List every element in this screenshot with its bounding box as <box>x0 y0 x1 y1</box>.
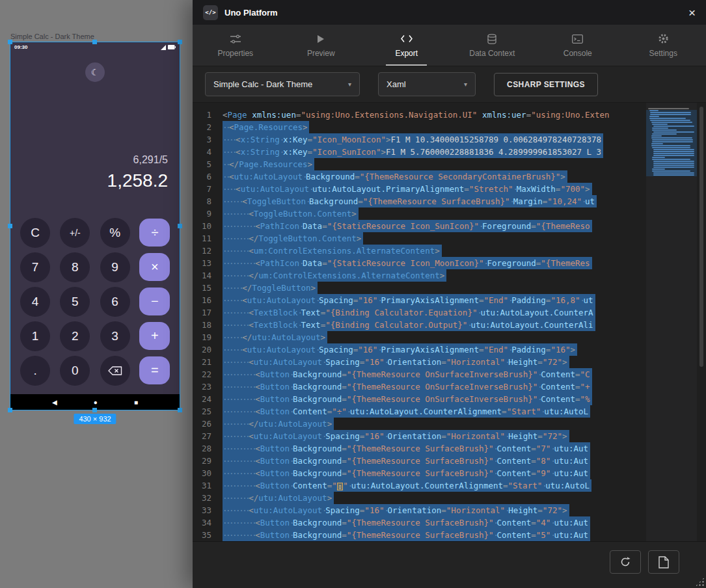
recents-icon: ■ <box>134 399 138 406</box>
code-line[interactable]: 14········</um:ControlExtensions.Alterna… <box>193 269 644 282</box>
calc-button-2[interactable]: 2 <box>60 321 90 351</box>
selection-handle[interactable] <box>92 40 97 44</box>
selection-handle[interactable] <box>178 408 182 412</box>
code-line-text: ··········<Button·Content="▯"·utu:AutoLa… <box>223 479 591 492</box>
code-line[interactable]: 22··········<Button·Background="{ThemeRe… <box>193 368 644 381</box>
calculator-keypad: C+/-%÷789×456−123+.0= <box>20 218 170 386</box>
tab-export[interactable]: Export <box>364 25 450 66</box>
line-number: 4 <box>193 146 223 158</box>
code-editor[interactable]: 1<Page xmlns:uen="using:Uno.Extensions.N… <box>193 103 706 541</box>
code-line-text: ········</utu:AutoLayout> <box>223 418 334 430</box>
export-file-button[interactable] <box>648 550 679 574</box>
code-line[interactable]: 2··<Page.Resources> <box>193 121 644 133</box>
code-line[interactable]: 18········<TextBlock·Text="{Binding Calc… <box>193 319 644 331</box>
minimap-line <box>651 122 692 123</box>
code-line[interactable]: 1<Page xmlns:uen="using:Uno.Extensions.N… <box>193 109 644 121</box>
tab-properties[interactable]: Properties <box>193 25 278 66</box>
refresh-button[interactable] <box>610 550 641 574</box>
code-line[interactable]: 35··········<Button·Background="{ThemeRe… <box>193 529 644 541</box>
code-line[interactable]: 31··········<Button·Content="▯"·utu:Auto… <box>193 479 644 492</box>
code-line[interactable]: 11········</ToggleButton.Content> <box>193 232 644 245</box>
theme-toggle-button[interactable]: ☾ <box>85 62 105 82</box>
calc-button-−[interactable]: − <box>139 287 170 315</box>
tab-data-context[interactable]: Data Context <box>450 25 536 66</box>
code-line[interactable]: 29··········<Button·Background="{ThemeRe… <box>193 455 644 467</box>
code-line[interactable]: 25··········<Button·Content="÷"·utu:Auto… <box>193 405 644 418</box>
minimap-line <box>652 141 693 142</box>
code-line-text: ··········<Button·Background="{ThemeReso… <box>223 455 590 467</box>
code-line[interactable]: 3····<x:String·x:Key="Icon_MoonIcon">F1 … <box>193 133 644 146</box>
calc-button-7[interactable]: 7 <box>20 252 50 282</box>
tab-console[interactable]: Console <box>535 25 621 66</box>
line-number: 33 <box>193 504 223 516</box>
database-icon <box>487 33 496 45</box>
code-line[interactable]: 15······</ToggleButton> <box>193 282 644 294</box>
calc-button-÷[interactable]: ÷ <box>139 219 170 247</box>
resize-grip-icon[interactable] <box>695 577 705 587</box>
calc-button-0[interactable]: 0 <box>60 356 90 386</box>
calc-button-5[interactable]: 5 <box>60 287 90 317</box>
selection-handle[interactable] <box>92 408 97 412</box>
code-line[interactable]: 27········<utu:AutoLayout·Spacing="16"·O… <box>193 430 644 442</box>
code-line[interactable]: 30··········<Button·Background="{ThemeRe… <box>193 467 644 479</box>
minimap-line <box>653 163 694 164</box>
code-line[interactable]: 32········</utu:AutoLayout> <box>193 492 644 504</box>
calc-button-1[interactable]: 1 <box>20 321 50 351</box>
selection-handle[interactable] <box>8 40 12 44</box>
calc-button-C[interactable]: C <box>20 218 50 248</box>
tab-preview[interactable]: Preview <box>278 25 364 66</box>
code-line[interactable]: 16······<utu:AutoLayout·Spacing="16"·Pri… <box>193 294 644 306</box>
code-line[interactable]: 12········<um:ControlExtensions.Alternat… <box>193 245 644 257</box>
phone-artboard[interactable]: 09:30 ☾ 6,291/5 1,258.2 C+/-%÷789×456−12… <box>10 42 180 410</box>
selection-handle[interactable] <box>8 408 12 412</box>
csharp-settings-button[interactable]: CSHARP SETTINGS <box>494 73 598 96</box>
editor-scrollbar[interactable] <box>697 103 706 541</box>
selection-handle[interactable] <box>8 224 12 228</box>
layout-select[interactable]: Simple Calc - Dark Theme ▾ <box>205 72 360 96</box>
code-line[interactable]: 6··<utu:AutoLayout·Background="{ThemeRes… <box>193 170 644 183</box>
code-line[interactable]: 33········<utu:AutoLayout·Spacing="16"·O… <box>193 504 644 516</box>
calc-button-3[interactable]: 3 <box>100 321 130 351</box>
code-line[interactable]: 7····<utu:AutoLayout·utu:AutoLayout.Prim… <box>193 183 644 195</box>
code-lines[interactable]: 1<Page xmlns:uen="using:Uno.Extensions.N… <box>193 103 644 541</box>
tab-settings[interactable]: Settings <box>621 25 706 66</box>
code-line[interactable]: 24··········<Button·Background="{ThemeRe… <box>193 393 644 405</box>
calc-button-4[interactable]: 4 <box>20 287 50 317</box>
code-line[interactable]: 10··········<PathIcon·Data="{StaticResou… <box>193 220 644 232</box>
calc-button-+[interactable]: + <box>139 322 170 350</box>
code-line[interactable]: 21········<utu:AutoLayout·Spacing="16"·O… <box>193 356 644 368</box>
code-line[interactable]: 19······</utu:AutoLayout> <box>193 331 644 343</box>
code-line[interactable]: 23··········<Button·Background="{ThemeRe… <box>193 381 644 393</box>
code-line[interactable]: 5··</Page.Resources> <box>193 158 644 170</box>
close-icon[interactable]: × <box>688 7 696 19</box>
minimap[interactable] <box>646 103 697 541</box>
code-line[interactable]: 34··········<Button·Background="{ThemeRe… <box>193 516 644 529</box>
code-line[interactable]: 8······<ToggleButton·Background="{ThemeR… <box>193 195 644 207</box>
calc-button-.[interactable]: . <box>20 356 50 386</box>
equation-text: 6,291/5 <box>107 154 168 166</box>
calc-button-=[interactable]: = <box>139 356 170 384</box>
code-line[interactable]: 13··········<PathIcon·Data="{StaticResou… <box>193 257 644 269</box>
code-line[interactable]: 28··········<Button·Background="{ThemeRe… <box>193 442 644 455</box>
selection-handle[interactable] <box>178 224 182 228</box>
line-number: 28 <box>193 442 223 455</box>
calc-button-×[interactable]: × <box>139 253 170 281</box>
calc-button-8[interactable]: 8 <box>60 252 90 282</box>
calc-button-backspace[interactable] <box>100 356 130 386</box>
calc-button-+/-[interactable]: +/- <box>60 218 90 248</box>
code-line-text: ········<utu:AutoLayout·Spacing="16"·Ori… <box>223 356 569 368</box>
code-line[interactable]: 4····<x:String·x:Key="Icon_SunIcon">F1 M… <box>193 146 644 158</box>
code-line[interactable]: 26········</utu:AutoLayout> <box>193 418 644 430</box>
calc-button-6[interactable]: 6 <box>100 287 130 317</box>
calc-button-%[interactable]: % <box>100 218 130 248</box>
scrollbar-thumb[interactable] <box>699 107 703 367</box>
selection-handle[interactable] <box>178 40 182 44</box>
code-line[interactable]: 17········<TextBlock·Text="{Binding Calc… <box>193 306 644 319</box>
code-line-text: ······<utu:AutoLayout·Spacing="16"·Prima… <box>223 294 595 306</box>
code-line[interactable]: 9········<ToggleButton.Content> <box>193 207 644 220</box>
calc-button-9[interactable]: 9 <box>100 252 130 282</box>
code-line[interactable]: 20······<utu:AutoLayout·Spacing="16"·Pri… <box>193 343 644 356</box>
format-select[interactable]: Xaml ▾ <box>378 72 476 96</box>
code-line-text: ··········<Button·Background="{ThemeReso… <box>223 393 592 405</box>
code-line-text: ··········<Button·Background="{ThemeReso… <box>223 368 592 381</box>
